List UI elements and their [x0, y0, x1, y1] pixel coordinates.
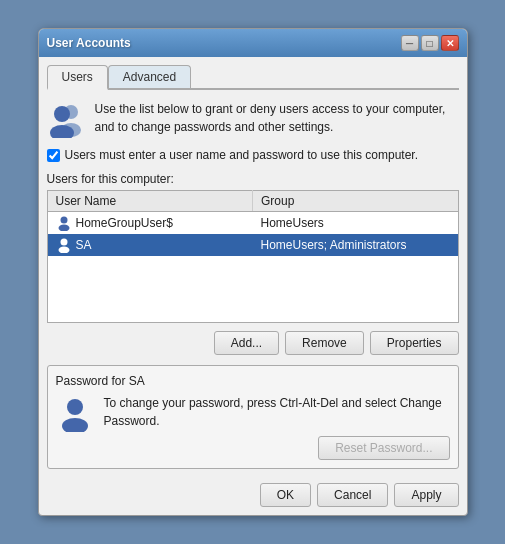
ok-button[interactable]: OK — [260, 483, 311, 507]
properties-button[interactable]: Properties — [370, 331, 459, 355]
col-group: Group — [253, 191, 459, 212]
tab-users[interactable]: Users — [47, 65, 108, 90]
password-required-row: Users must enter a user name and passwor… — [47, 148, 459, 162]
table-action-buttons: Add... Remove Properties — [47, 331, 459, 355]
password-section-title: Password for SA — [56, 374, 450, 388]
svg-point-5 — [58, 225, 69, 232]
user-row-icon — [56, 215, 72, 231]
cancel-button[interactable]: Cancel — [317, 483, 388, 507]
svg-point-7 — [58, 247, 69, 254]
apply-button[interactable]: Apply — [394, 483, 458, 507]
title-bar-controls: ─ □ ✕ — [401, 35, 459, 51]
password-required-label: Users must enter a user name and passwor… — [65, 148, 419, 162]
users-section-label: Users for this computer: — [47, 172, 459, 186]
password-content: To change your password, press Ctrl-Alt-… — [56, 394, 450, 460]
dialog-content: Users Advanced Use the list below to gra… — [39, 57, 467, 515]
footer-buttons: OK Cancel Apply — [47, 479, 459, 507]
title-bar: User Accounts ─ □ ✕ — [39, 29, 467, 57]
table-row[interactable]: SA HomeUsers; Administrators — [47, 234, 458, 256]
svg-point-9 — [62, 418, 88, 432]
table-body: HomeGroupUser$ HomeUsers SA HomeUsers; A… — [47, 212, 458, 323]
password-section: Password for SA To change your password,… — [47, 365, 459, 469]
svg-point-2 — [54, 106, 70, 122]
table-header: User Name Group — [47, 191, 458, 212]
users-icon — [47, 100, 85, 138]
description-section: Use the list below to grant or deny user… — [47, 100, 459, 138]
table-row-empty — [47, 300, 458, 323]
minimize-button[interactable]: ─ — [401, 35, 419, 51]
user-group-cell: HomeUsers; Administrators — [253, 234, 459, 256]
maximize-button[interactable]: □ — [421, 35, 439, 51]
users-table: User Name Group HomeGroupUser$ HomeUsers — [47, 190, 459, 323]
tab-strip: Users Advanced — [47, 65, 459, 90]
col-username: User Name — [47, 191, 253, 212]
password-user-icon — [56, 394, 94, 432]
tab-advanced[interactable]: Advanced — [108, 65, 191, 88]
svg-point-6 — [60, 239, 67, 246]
remove-button[interactable]: Remove — [285, 331, 364, 355]
password-instructions: To change your password, press Ctrl-Alt-… — [104, 394, 450, 430]
svg-point-8 — [67, 399, 83, 415]
table-row[interactable]: HomeGroupUser$ HomeUsers — [47, 212, 458, 235]
table-row-empty — [47, 278, 458, 300]
reset-password-button[interactable]: Reset Password... — [318, 436, 449, 460]
user-accounts-dialog: User Accounts ─ □ ✕ Users Advanced — [38, 28, 468, 516]
description-text: Use the list below to grant or deny user… — [95, 100, 446, 136]
user-name-cell: HomeGroupUser$ — [48, 212, 253, 234]
close-button[interactable]: ✕ — [441, 35, 459, 51]
user-name-cell: SA — [48, 234, 253, 256]
window-title: User Accounts — [47, 36, 131, 50]
svg-point-4 — [60, 217, 67, 224]
user-group-cell: HomeUsers — [253, 212, 459, 235]
table-row-empty — [47, 256, 458, 278]
user-row-icon — [56, 237, 72, 253]
password-required-checkbox[interactable] — [47, 149, 60, 162]
add-button[interactable]: Add... — [214, 331, 279, 355]
reset-btn-row: Reset Password... — [104, 436, 450, 460]
